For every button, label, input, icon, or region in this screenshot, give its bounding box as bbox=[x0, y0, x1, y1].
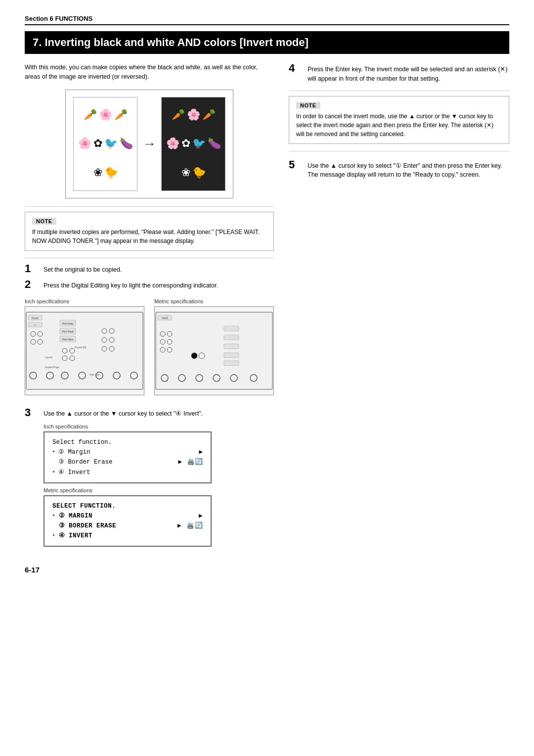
step2-number: 2 bbox=[25, 279, 39, 290]
divider4 bbox=[289, 151, 509, 151]
metric-cursor1: ➤ bbox=[52, 512, 56, 520]
disp-line-3: ➤ ④ Invert bbox=[52, 468, 203, 477]
step3-number: 3 bbox=[25, 407, 39, 418]
inv-flower1: 🌸 bbox=[187, 109, 200, 120]
note-box-2: NOTE In order to cancel the invert mode,… bbox=[289, 96, 509, 144]
metric-border-text: ③ BORDER ERASE bbox=[59, 521, 175, 531]
original-panel: 🥕 🌸 🥕 🌸 ✿ 🐦 🍆 ❀ 🐤 bbox=[73, 97, 137, 191]
metric-label: Metric specifications bbox=[154, 298, 274, 304]
metric-margin-text: ② MARGIN bbox=[59, 511, 196, 521]
inv-carrot2: 🥕 bbox=[202, 109, 216, 120]
keyboard-metric-diagram: */AÄÀ bbox=[154, 306, 274, 395]
keyboard-metric-svg: */AÄÀ bbox=[155, 311, 273, 390]
step3-text: Use the ▲ cursor or the ▼ cursor key to … bbox=[44, 407, 203, 419]
svg-text:Duplex/Page: Duplex/Page bbox=[45, 366, 59, 369]
demo-arrow: → bbox=[142, 136, 156, 152]
icon-flower1: 🌸 bbox=[99, 109, 112, 120]
keyboard-metric-spec: Metric specifications */AÄÀ bbox=[154, 295, 274, 402]
main-content: With this mode, you can make copies wher… bbox=[25, 63, 509, 551]
svg-text:Preset R/E: Preset R/E bbox=[75, 346, 87, 349]
metric-margin-arrow: ▶ bbox=[199, 511, 203, 521]
icon-star: ✿ bbox=[93, 138, 102, 149]
disp-margin-arrow: ▶ bbox=[199, 447, 203, 457]
inv-star: ✿ bbox=[181, 138, 190, 149]
metric-invert-text: ④ INVERT bbox=[59, 531, 93, 541]
svg-rect-45 bbox=[224, 326, 239, 331]
svg-point-50 bbox=[191, 353, 197, 359]
metric-spec-label: Metric specifications bbox=[44, 487, 274, 493]
disp-line-0: Select function. bbox=[52, 437, 203, 447]
keyboard-inch-diagram: Punch □ Print Data Print Read bbox=[25, 306, 144, 395]
inv-eggplant: 🍆 bbox=[208, 138, 221, 149]
divider2 bbox=[25, 258, 274, 258]
step1-text: Set the original to be copied. bbox=[44, 263, 122, 275]
step-5-row: 5 Use the ▲ cursor key to select "① Ente… bbox=[289, 159, 509, 180]
demo-image: 🥕 🌸 🥕 🌸 ✿ 🐦 🍆 ❀ 🐤 → 🥕 🌸 🥕 🌸 ✿ 🐦 🍆 bbox=[65, 90, 233, 198]
section-label: Section 6 FUNCTIONS bbox=[25, 15, 92, 22]
cursor-indicator1: ➤ bbox=[52, 448, 55, 456]
step2-text: Press the Digital Editing key to light t… bbox=[44, 279, 218, 290]
inch-display-section: Inch specifications Select function. ➤ ②… bbox=[44, 424, 274, 483]
step4-text: Press the Enter key. The invert mode wil… bbox=[308, 63, 509, 84]
metric-disp-line-0: SELECT FUNCTION. bbox=[52, 501, 203, 511]
note1-title: NOTE bbox=[32, 218, 56, 225]
right-column: 4 Press the Enter key. The invert mode w… bbox=[289, 63, 509, 551]
disp-invert-text: ④ Invert bbox=[58, 468, 90, 477]
svg-rect-49 bbox=[224, 361, 239, 366]
metric-display-box: SELECT FUNCTION. ➤ ② MARGIN ▶ ➤ ③ BORDER… bbox=[44, 495, 212, 547]
inch-label: Inch specifications bbox=[25, 298, 144, 304]
disp-border-arrow: ▶ bbox=[178, 457, 182, 467]
metric-disp-line-2: ➤ ③ BORDER ERASE ▶ 🖨️🔄 bbox=[52, 521, 203, 531]
svg-rect-36 bbox=[156, 312, 272, 389]
step-4-row: 4 Press the Enter key. The invert mode w… bbox=[289, 63, 509, 84]
icon-carrot2: 🥕 bbox=[114, 109, 128, 120]
step-2-row: 2 Press the Digital Editing key to light… bbox=[25, 279, 274, 290]
inverted-panel: 🥕 🌸 🥕 🌸 ✿ 🐦 🍆 ❀ 🐤 bbox=[161, 97, 225, 191]
inv-bird: 🐦 bbox=[192, 138, 206, 149]
svg-rect-46 bbox=[224, 335, 239, 340]
step4-number: 4 bbox=[289, 63, 303, 74]
svg-text:Auto Exp.: Auto Exp. bbox=[89, 373, 100, 376]
step5-number: 5 bbox=[289, 159, 303, 170]
note2-title: NOTE bbox=[296, 102, 320, 109]
step5-text: Use the ▲ cursor key to select "① Enter"… bbox=[308, 159, 509, 180]
icons-inch: 🖨️🔄 bbox=[187, 457, 203, 468]
page-title: 7. Inverting black and white AND colors … bbox=[25, 31, 509, 54]
metric-border-arrow: ▶ bbox=[178, 521, 181, 531]
section-header: Section 6 FUNCTIONS bbox=[25, 15, 509, 25]
keyboard-inch-spec: Inch specifications Punch □ bbox=[25, 295, 144, 402]
metric-display-section: Metric specifications SELECT FUNCTION. ➤… bbox=[44, 487, 274, 547]
divider1 bbox=[25, 206, 274, 207]
divider3 bbox=[289, 91, 509, 91]
disp-line0-text: Select function. bbox=[52, 437, 112, 447]
left-column: With this mode, you can make copies wher… bbox=[25, 63, 274, 551]
inv-flower2: 🌸 bbox=[166, 138, 179, 149]
keyboard-specs: Inch specifications Punch □ bbox=[25, 295, 274, 402]
inv-bird2: 🐤 bbox=[192, 167, 206, 178]
metric-disp-line0-text: SELECT FUNCTION. bbox=[52, 501, 116, 511]
inch-display-box: Select function. ➤ ② Margin ▶ ➤ ③ Border… bbox=[44, 431, 212, 483]
svg-text:□: □ bbox=[34, 324, 36, 327]
svg-rect-47 bbox=[224, 344, 239, 349]
step-3-row: 3 Use the ▲ cursor or the ▼ cursor key t… bbox=[25, 407, 274, 419]
icon-carrot: 🥕 bbox=[84, 109, 97, 120]
intro-text: With this mode, you can make copies wher… bbox=[25, 63, 274, 82]
step-1-row: 1 Set the original to be copied. bbox=[25, 263, 274, 275]
page-number: 6-17 bbox=[25, 566, 509, 574]
disp-line-2: ➤ ③ Border Erase ▶ 🖨️🔄 bbox=[52, 457, 203, 468]
svg-text:Punch: Punch bbox=[32, 317, 39, 320]
cursor-indicator3: ➤ bbox=[52, 469, 55, 476]
inv-flower3: ❀ bbox=[181, 167, 190, 178]
disp-line-1: ➤ ② Margin ▶ bbox=[52, 447, 203, 457]
note-box-1: NOTE If multiple inverted copies are per… bbox=[25, 212, 274, 251]
icons-metric: 🖨️🔄 bbox=[186, 521, 203, 531]
icon-flower3: ❀ bbox=[93, 167, 102, 178]
disp-border-text: ③ Border Erase bbox=[58, 457, 175, 467]
svg-text:Print Read: Print Read bbox=[62, 330, 74, 333]
step1-number: 1 bbox=[25, 263, 39, 274]
keyboard-inch-svg: Punch □ Print Data Print Read bbox=[25, 311, 144, 390]
note1-text: If multiple inverted copies are performe… bbox=[32, 228, 267, 245]
svg-text:Layout: Layout bbox=[45, 356, 53, 359]
icon-bird2: 🐤 bbox=[104, 167, 118, 178]
metric-disp-line-1: ➤ ② MARGIN ▶ bbox=[52, 511, 203, 521]
